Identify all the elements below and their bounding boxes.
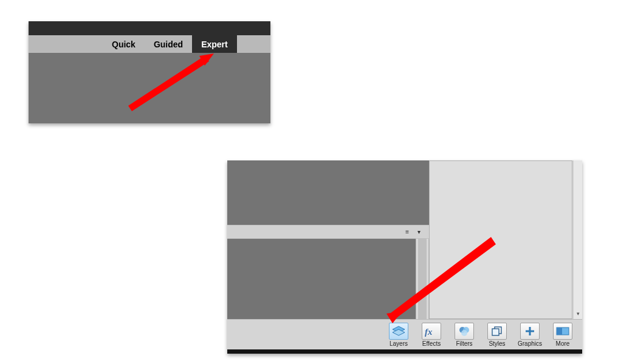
effects-label: Effects [422, 340, 441, 347]
more-button[interactable]: More [547, 320, 579, 349]
list-view-icon[interactable]: ≡ [403, 228, 411, 236]
more-icon [553, 323, 572, 340]
filters-icon [455, 323, 474, 340]
svg-text:fx: fx [425, 327, 433, 337]
tab-guided[interactable]: Guided [145, 35, 192, 53]
graphics-label: Graphics [518, 340, 542, 347]
more-label: More [556, 340, 570, 347]
tab-expert[interactable]: Expert [192, 35, 237, 53]
bottom-toolbar: Layers fx Effects Filters [227, 319, 582, 349]
canvas-viewport [227, 160, 429, 225]
tab-quick[interactable]: Quick [103, 35, 145, 53]
layers-icon [389, 323, 408, 340]
styles-label: Styles [489, 340, 505, 347]
svg-point-7 [461, 330, 467, 336]
scrollbar-thumb[interactable] [418, 239, 427, 319]
layers-label: Layers [390, 340, 408, 347]
right-panel [429, 160, 572, 319]
right-panel-scrollbar[interactable]: ▾ [573, 160, 582, 319]
svg-rect-13 [557, 328, 562, 335]
photo-bin [227, 239, 416, 319]
photo-bin-scrollbar[interactable] [416, 239, 429, 319]
graphics-icon [520, 323, 540, 340]
effects-button[interactable]: fx Effects [416, 320, 447, 349]
svg-rect-9 [492, 329, 499, 335]
photo-bin-bar: ≡ ▾ [227, 225, 429, 239]
filters-label: Filters [456, 340, 472, 347]
styles-icon [487, 323, 507, 340]
scroll-down-icon[interactable]: ▾ [574, 308, 582, 319]
canvas-area [29, 53, 270, 123]
mode-tabs-screenshot: Quick Guided Expert [29, 21, 270, 123]
app-titlebar [29, 21, 270, 35]
layers-button[interactable]: Layers [383, 320, 414, 349]
graphics-button[interactable]: Graphics [514, 320, 546, 349]
styles-button[interactable]: Styles [481, 320, 513, 349]
dropdown-icon[interactable]: ▾ [415, 228, 423, 236]
tab-bar-spacer [29, 35, 103, 53]
filters-button[interactable]: Filters [448, 320, 480, 349]
taskbar-stub [227, 349, 582, 354]
panels-toolbar-screenshot: ▾ ≡ ▾ Layers fx Effects [227, 160, 582, 354]
mode-tab-bar: Quick Guided Expert [29, 35, 270, 53]
effects-icon: fx [422, 323, 441, 340]
